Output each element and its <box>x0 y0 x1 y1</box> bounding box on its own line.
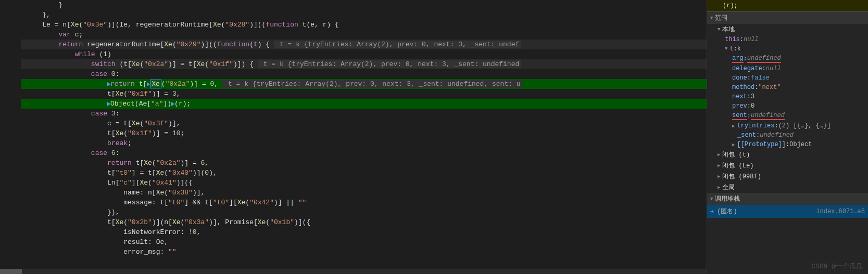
scope-property-next[interactable]: next: 3 <box>707 92 868 101</box>
context-preview: (r); <box>707 0 868 12</box>
scope-property-delegate[interactable]: delegate: null <box>707 64 868 73</box>
code-line: Le = n[Xe("0x3e")](Ie, regeneratorRuntim… <box>21 20 707 30</box>
chevron-down-icon: ▼ <box>718 27 720 32</box>
code-line: return regeneratorRuntime[Xe("0x29")]((f… <box>21 40 707 49</box>
code-line: name: n[Xe("0x38")], <box>21 188 707 198</box>
code-line: Ln["c"][Xe("0x41")]({ <box>21 178 707 188</box>
callstack-frame[interactable]: ➔ (匿名) index.6071…a6 <box>707 205 868 218</box>
chevron-right-icon: ▶ <box>718 163 720 168</box>
code-line: isNetworkError: !0, <box>21 227 707 237</box>
scope-property-method[interactable]: method: "next" <box>707 83 868 92</box>
debugger-sidebar: (r); ▼范围 ▼本地 this: null ▼t: k arg: undef… <box>707 0 868 274</box>
scope-property-tryentries[interactable]: ▶tryEntries: (2) [{…}, {…}] <box>707 121 868 131</box>
scrollbar-thumb[interactable] <box>0 269 22 274</box>
code-line: error_msg: "" <box>21 247 707 257</box>
inline-value[interactable]: t = k {tryEntries: Array(2), prev: 0, ne… <box>258 60 521 68</box>
scope-property-t[interactable]: ▼t: k <box>707 44 868 54</box>
code-line: return t[Xe("0x2a")] = 6, <box>21 158 707 168</box>
code-line: }), <box>21 207 707 217</box>
current-frame-arrow-icon: ➔ <box>710 207 714 215</box>
code-line-current-execution: Object(Ae["a"])(r); <box>21 99 707 109</box>
scope-section-header[interactable]: ▼范围 <box>707 12 868 24</box>
chevron-down-icon: ▼ <box>710 197 713 202</box>
chevron-down-icon: ▼ <box>725 46 727 51</box>
scope-property-arg[interactable]: arg: undefined <box>707 54 868 64</box>
code-line: case 0: <box>21 69 707 79</box>
code-line: case 3: <box>21 109 707 119</box>
scope-property-prototype[interactable]: ▶[[Prototype]]: Object <box>707 140 868 149</box>
code-line: } <box>21 0 707 10</box>
chevron-right-icon: ▶ <box>732 123 735 129</box>
scope-property-this[interactable]: this: null <box>707 35 868 44</box>
scope-property-sent2[interactable]: _sent: undefined <box>707 131 868 140</box>
code-editor[interactable]: } }, Le = n[Xe("0x3e")](Ie, regeneratorR… <box>0 0 707 274</box>
callstack-frame-name: (匿名) <box>717 207 737 216</box>
code-line: t[Xe("0x2b")](n[Xe("0x3a")], Promise[Xe(… <box>21 217 707 227</box>
chevron-right-icon: ▶ <box>718 185 720 190</box>
scope-property-prev[interactable]: prev: 0 <box>707 101 868 111</box>
code-line: case 6: <box>21 148 707 158</box>
scope-property-sent[interactable]: sent: undefined <box>707 111 868 121</box>
code-line: break; <box>21 138 707 148</box>
code-line-highlighted: return t[Xe("0x2a")] = 0, t = k {tryEntr… <box>21 79 707 89</box>
code-line: switch (t[Xe("0x2a")] = t[Xe("0x1f")]) {… <box>21 59 707 69</box>
scope-property-done[interactable]: done: false <box>707 73 868 83</box>
code-line: }, <box>21 10 707 20</box>
code-line: while (1) <box>21 49 707 59</box>
chevron-right-icon: ▶ <box>718 152 720 158</box>
scope-closure-le[interactable]: ▶闭包 (Le) <box>707 160 868 171</box>
code-line: var c; <box>21 30 707 40</box>
code-line: message: t["t0"] && t["t0"][Xe("0x42")] … <box>21 198 707 207</box>
chevron-right-icon: ▶ <box>718 174 720 179</box>
code-line: c = t[Xe("0x3f")], <box>21 119 707 128</box>
code-line: t["t0"] = t[Xe("0x40")](0), <box>21 168 707 178</box>
scope-closure-998f[interactable]: ▶闭包 (998f) <box>707 171 868 182</box>
code-line: t[Xe("0x1f")] = 10; <box>21 128 707 138</box>
code-line: result: Oe, <box>21 237 707 247</box>
callstack-section-header[interactable]: ▼调用堆栈 <box>707 193 868 205</box>
callstack-frame-source: index.6071…a6 <box>816 208 865 215</box>
scope-closure-t[interactable]: ▶闭包 (t) <box>707 149 868 160</box>
scope-global[interactable]: ▶全局 <box>707 182 868 193</box>
horizontal-scrollbar[interactable] <box>0 269 707 274</box>
inline-value[interactable]: t = k {tryEntries: Array(2), prev: 0, ne… <box>274 41 521 48</box>
code-line: t[Xe("0x1f")] = 3, <box>21 89 707 99</box>
chevron-right-icon: ▶ <box>732 142 735 148</box>
chevron-down-icon: ▼ <box>710 16 713 21</box>
inline-value[interactable]: t = k {tryEntries: Array(2), prev: 0, ne… <box>222 80 522 88</box>
scope-local-header[interactable]: ▼本地 <box>707 24 868 35</box>
